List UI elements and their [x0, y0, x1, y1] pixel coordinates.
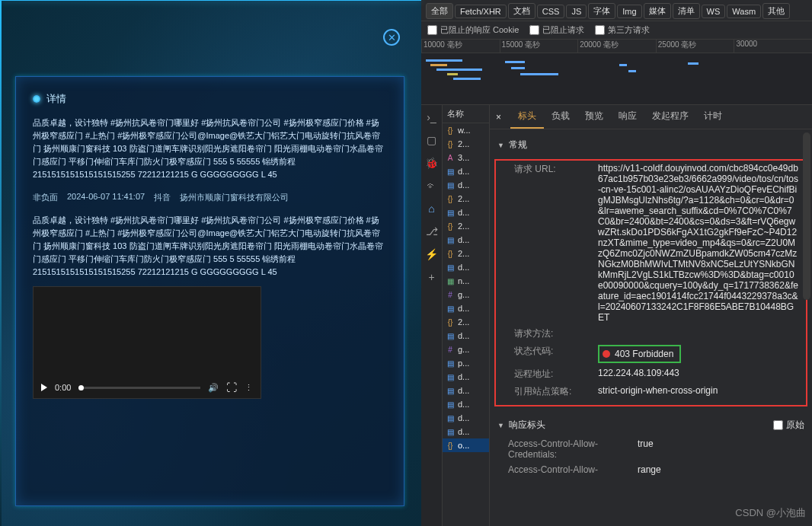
request-row[interactable]: ▤p...: [443, 356, 489, 370]
request-row[interactable]: ▤d...: [443, 397, 489, 411]
request-row[interactable]: {}o...: [443, 438, 489, 452]
request-name: 2...: [458, 194, 469, 203]
volume-icon[interactable]: 🔊: [208, 383, 219, 393]
filter-tab-媒体[interactable]: 媒体: [644, 3, 671, 19]
scrollbar[interactable]: [803, 132, 810, 300]
request-row[interactable]: {}2...: [443, 192, 489, 206]
doc-file-icon: ▤: [446, 400, 455, 409]
doc-file-icon: ▤: [446, 427, 455, 436]
request-name: d...: [458, 304, 469, 313]
request-row[interactable]: {}2...: [443, 219, 489, 233]
content-block-2: 品质卓越，设计独特 #扬州抗风卷帘门哪里好 #扬州抗风卷帘门公司 #扬州极窄感应…: [33, 214, 387, 279]
wifi-icon[interactable]: ᯤ: [426, 180, 438, 192]
request-row[interactable]: ▤d...: [443, 329, 489, 343]
request-name: d...: [458, 331, 469, 340]
play-icon[interactable]: [41, 384, 47, 391]
detail-tab-发起程序[interactable]: 发起程序: [644, 105, 696, 129]
reqlist-header[interactable]: 名称: [443, 105, 489, 123]
request-list: 名称 {}w...{}2...A3...▤d...▤d...{}2...▤d..…: [443, 105, 490, 526]
request-row[interactable]: {}2...: [443, 247, 489, 260]
request-row[interactable]: ▤d...: [443, 178, 489, 192]
blocked-request-checkbox[interactable]: 已阻止请求: [529, 24, 584, 36]
video-track[interactable]: [78, 387, 200, 389]
request-row[interactable]: ▦n...: [443, 274, 489, 288]
doc-file-icon: ▤: [446, 413, 455, 422]
close-button[interactable]: ✕: [383, 29, 400, 46]
request-row[interactable]: ▤d...: [443, 411, 489, 425]
filter-tab-全部[interactable]: 全部: [426, 3, 453, 19]
general-section-header[interactable]: ▼ 常规: [490, 134, 812, 156]
detail-tabs: × 标头负载预览响应发起程序计时: [490, 105, 812, 129]
detail-tab-计时[interactable]: 计时: [696, 105, 730, 129]
filter-tab-Wasm[interactable]: Wasm: [727, 5, 761, 18]
req-url-value[interactable]: https://v11-coldf.douyinvod.com/cbc894cc…: [598, 163, 798, 323]
annotation-red-frame: 请求 URL: https://v11-coldf.douyinvod.com/…: [494, 159, 807, 406]
ruler-tick: 20000 毫秒: [577, 40, 656, 53]
request-row[interactable]: ▤d...: [443, 260, 489, 274]
request-row[interactable]: ▤d...: [443, 164, 489, 178]
request-row[interactable]: ▤d...: [443, 206, 489, 219]
annotation-green-frame: 403 Forbidden: [598, 345, 681, 363]
raw-checkbox[interactable]: 原始: [773, 419, 804, 432]
status-value: 403 Forbidden: [615, 349, 673, 359]
filter-options-row: 已阻止的响应 Cookie 已阻止请求 第三方请求: [421, 21, 812, 40]
filter-tab-字体[interactable]: 字体: [588, 3, 615, 19]
request-row[interactable]: {}w...: [443, 123, 489, 137]
timeline-ruler[interactable]: 10000 毫秒15000 毫秒20000 毫秒25000 毫秒30000: [421, 40, 812, 53]
detail-pane: × 标头负载预览响应发起程序计时 ▼ 常规 请求 URL: https://v1…: [490, 105, 812, 526]
filter-tab-JS[interactable]: JS: [566, 5, 587, 18]
more-icon[interactable]: ⋮: [245, 383, 253, 393]
waterfall-overview[interactable]: [421, 53, 812, 105]
video-player[interactable]: 0:00 🔊 ⛶ ⋮: [33, 286, 261, 399]
detail-tab-标头[interactable]: 标头: [510, 105, 544, 129]
request-row[interactable]: A3...: [443, 151, 489, 164]
request-row[interactable]: {}2...: [443, 137, 489, 151]
filter-tab-CSS[interactable]: CSS: [537, 5, 565, 18]
detail-tab-负载[interactable]: 负载: [544, 105, 577, 129]
card-header: 详情: [33, 92, 387, 106]
console-icon[interactable]: ›_: [426, 111, 438, 123]
request-name: d...: [458, 400, 469, 409]
new-tab-icon[interactable]: +: [426, 271, 438, 283]
js-file-icon: {}: [446, 317, 455, 327]
fullscreen-icon[interactable]: ⛶: [226, 381, 237, 394]
request-row[interactable]: ▤d...: [443, 370, 489, 384]
meta-status: 非负面: [33, 192, 58, 203]
triangle-down-icon: ▼: [497, 422, 504, 429]
filter-tab-WS[interactable]: WS: [702, 5, 726, 18]
filter-tab-Fetch/XHR[interactable]: Fetch/XHR: [455, 5, 507, 18]
remote-key: 远程地址:: [514, 368, 598, 381]
filter-tab-文档[interactable]: 文档: [508, 3, 535, 19]
page-icon[interactable]: ▢: [426, 134, 438, 146]
request-name: d...: [458, 427, 469, 436]
response-headers-section[interactable]: ▼ 响应标头 原始: [490, 414, 812, 436]
bug-icon[interactable]: 🐞: [426, 157, 438, 169]
third-party-checkbox[interactable]: 第三方请求: [595, 24, 650, 36]
lighthouse-icon[interactable]: ⚡: [426, 248, 438, 260]
devtools-gutter: ›_ ▢ 🐞 ᯤ ⌂ ⎇ ⚡ +: [421, 105, 443, 526]
filter-tab-Img[interactable]: Img: [617, 5, 641, 18]
request-name: o...: [458, 441, 469, 450]
request-row[interactable]: #g...: [443, 288, 489, 301]
filter-tab-清单[interactable]: 清单: [673, 3, 700, 19]
detail-tab-响应[interactable]: 响应: [611, 105, 644, 129]
meta-time: 2024-06-07 11:41:07: [67, 192, 145, 203]
request-row[interactable]: #g...: [443, 343, 489, 356]
request-row[interactable]: ▤d...: [443, 301, 489, 315]
detail-tab-预览[interactable]: 预览: [577, 105, 611, 129]
storage-icon[interactable]: ⌂: [426, 202, 438, 215]
blocked-cookie-checkbox[interactable]: 已阻止的响应 Cookie: [427, 24, 519, 36]
detail-body: ▼ 常规 请求 URL: https://v11-coldf.douyinvod…: [490, 129, 812, 526]
req-method-key: 请求方法:: [514, 327, 598, 340]
security-icon[interactable]: ⎇: [426, 225, 438, 237]
filter-tab-其他[interactable]: 其他: [762, 3, 790, 19]
doc-file-icon: ▤: [446, 167, 455, 176]
request-row[interactable]: {}2...: [443, 315, 489, 329]
js-file-icon: {}: [446, 126, 455, 135]
close-detail-icon[interactable]: ×: [490, 107, 507, 127]
request-row[interactable]: ▤d...: [443, 425, 489, 438]
request-name: d...: [458, 372, 469, 381]
request-row[interactable]: ▤d...: [443, 233, 489, 247]
video-time: 0:00: [55, 383, 71, 392]
request-row[interactable]: ▤d...: [443, 384, 489, 397]
